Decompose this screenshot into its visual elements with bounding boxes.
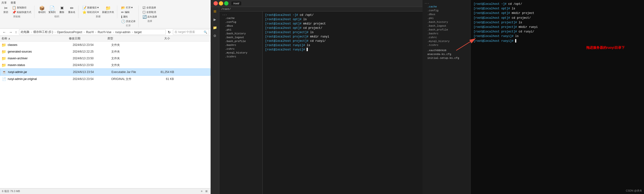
address-bar: ← → ↑ 此电脑 › 缓存和工程 (E:) › OpenSourceProje… <box>0 29 210 36</box>
table-row[interactable]: 📄 ruoyi-admin.jar.original 2024/6/13 23:… <box>0 76 210 82</box>
col-header-name[interactable]: 名称 ∧ <box>2 36 69 41</box>
search-box[interactable]: 在 target 中搜索 🔍 <box>173 29 209 35</box>
open-button[interactable]: 📂 打开▼ <box>120 5 136 10</box>
terminal-panel: /root/ ⊞ ▶ 📁 ⚙ /root/ ....cache.config.d… <box>211 0 422 194</box>
new-item-button[interactable]: 📝 新建项目▼ <box>81 5 100 10</box>
tree-item[interactable]: ... <box>219 12 262 16</box>
col-header-type[interactable]: 类型 <box>107 36 146 41</box>
terminal-sidebar-icon1[interactable]: ⊞ <box>212 8 218 15</box>
tree-item-right[interactable]: .cache <box>422 5 470 9</box>
tree-item[interactable]: .bash_logout <box>219 36 262 39</box>
grid-view-button[interactable]: ⊞ <box>204 189 208 193</box>
tree-item-right[interactable]: .config <box>422 9 470 12</box>
forward-button[interactable]: → <box>8 29 14 35</box>
terminal-cmd-right: ls <box>514 35 519 38</box>
close-window-icon[interactable] <box>214 1 218 5</box>
maximize-window-icon[interactable] <box>224 1 228 5</box>
search-icon: 🔍 <box>204 30 207 34</box>
tree-item[interactable]: .dbus <box>219 24 262 28</box>
file-size: 61 KB <box>150 77 174 81</box>
menu-share[interactable]: 共享 <box>2 1 7 4</box>
move-icon: 📦 <box>39 6 44 10</box>
file-icon-cell: 📁 <box>2 42 6 47</box>
move-button[interactable]: 📦 移动到 <box>37 5 46 14</box>
tree-item-right[interactable]: .bash_logout <box>422 24 470 28</box>
ribbon-open-group: 📂 打开▼ ✏ 编辑 ℹ 属性 🕐 历史记录 <box>120 5 139 27</box>
tree-item[interactable]: .config <box>219 20 262 24</box>
up-button[interactable]: ↑ <box>14 29 18 35</box>
new-folder-button[interactable]: 📁 新建文件夹 <box>101 5 115 14</box>
tree-item-right[interactable]: .bash_history <box>422 20 470 24</box>
tree-item-right[interactable]: .tcshrc <box>422 43 470 47</box>
cut-button[interactable]: ✂ 剪切 <box>2 5 10 14</box>
refresh-button[interactable]: ↻ <box>166 29 172 35</box>
terminal-output-right[interactable]: [root@localhost ~]# cd /opt/[root@localh… <box>471 0 644 194</box>
tree-item[interactable]: .pki <box>219 28 262 32</box>
breadcrumb-item-pc[interactable]: 此电脑 <box>21 30 29 34</box>
edit-button[interactable]: ✏ 编辑 <box>120 10 136 14</box>
breadcrumb[interactable]: 此电脑 › 缓存和工程 (E:) › OpenSourceProject › R… <box>19 29 166 35</box>
tree-item-right[interactable]: .bashrc <box>422 32 470 36</box>
file-type: 文件夹 <box>111 63 150 67</box>
table-row[interactable]: ☕ ruoyi-admin.jar 2024/6/13 23:54 Execut… <box>0 68 210 76</box>
open-label: 打开 <box>126 24 131 27</box>
tree-item[interactable]: .bashrc <box>219 43 262 47</box>
terminal-sidebar-icon3[interactable]: 📁 <box>212 24 218 31</box>
terminal-tab[interactable]: /root/ <box>231 1 241 5</box>
table-row[interactable]: 📁 generated-sources 2024/6/13 22:25 文件夹 <box>0 48 210 55</box>
breadcrumb-item-target[interactable]: target <box>134 30 142 34</box>
terminal-line: [root@localhost project]# mkdir ruoyi <box>265 35 420 39</box>
back-button[interactable]: ← <box>2 29 7 35</box>
col-header-date[interactable]: 修改日期 <box>69 36 107 41</box>
invert-icon: 🔄 <box>142 15 146 19</box>
breadcrumb-item-opensource[interactable]: OpenSourceProject <box>57 30 82 34</box>
terminal-output[interactable]: [root@localhost ~]# cd /opt/[root@localh… <box>263 11 422 194</box>
terminal-sidebar-icon2[interactable]: ▶ <box>212 16 218 23</box>
jar-icon: ☕ <box>2 70 6 74</box>
tree-item[interactable]: .bash_profile <box>219 39 262 43</box>
terminal-prompt-right: [root@localhost ~]# <box>474 2 506 6</box>
tree-item-right[interactable]: .pki <box>422 16 470 20</box>
copy-path-button[interactable]: 📋 复制路径 <box>11 5 32 10</box>
table-row[interactable]: 📁 classes 2024/6/13 23:54 文件夹 <box>0 42 210 48</box>
tree-item-right[interactable]: ... <box>422 1 470 5</box>
file-icon-cell: 📄 <box>2 77 6 81</box>
rename-button[interactable]: ✏ 重命名 <box>67 5 76 14</box>
terminal-sidebar-icon4[interactable]: ⚙ <box>212 32 218 39</box>
minimize-window-icon[interactable] <box>219 1 223 5</box>
list-view-button[interactable]: ≡ <box>200 189 204 193</box>
col-header-size[interactable]: 大小 <box>146 36 170 41</box>
tree-item-right2[interactable]: initial-setup-ks.cfg <box>422 56 470 60</box>
select-none-button[interactable]: ☐ 全部取消 <box>142 10 158 14</box>
history-button[interactable]: 🕐 历史记录 <box>120 19 136 23</box>
tree-item[interactable]: .cshrc <box>219 47 262 51</box>
terminal-prompt: [root@localhost project]# <box>265 31 308 34</box>
menu-view[interactable]: 查看 <box>10 1 16 4</box>
file-name: maven-status <box>8 63 73 67</box>
tree-item-right[interactable]: .cshrc <box>422 36 470 39</box>
breadcrumb-item-ruoyivue[interactable]: RuoYi-Vue <box>98 30 112 34</box>
copy-button[interactable]: 📄 复制到 <box>48 5 56 14</box>
tree-item-right[interactable]: .mysql_history <box>422 39 470 43</box>
properties-button[interactable]: ℹ 属性 <box>120 15 136 19</box>
tree-item-right[interactable]: .bash_profile <box>422 28 470 32</box>
tree-item[interactable]: .tcshrc <box>219 55 262 59</box>
breadcrumb-item-drive[interactable]: 缓存和工程 (E:) <box>33 30 53 34</box>
tree-item-right2[interactable]: .xauth6BXkU8 <box>422 48 470 52</box>
easy-access-button[interactable]: ⭐ 轻松访问▼ <box>81 10 100 14</box>
invert-selection-button[interactable]: 🔄 反向选择 <box>142 15 158 19</box>
tree-item[interactable]: .mysql_history <box>219 51 262 55</box>
table-row[interactable]: 📁 maven-status 2024/6/13 23:50 文件夹 <box>0 62 210 68</box>
select-all-button[interactable]: ☑ 全部选择 <box>142 5 158 10</box>
tree-item-right[interactable]: .dbus <box>422 12 470 16</box>
breadcrumb-item-admin[interactable]: ruoyi-admin <box>115 30 130 34</box>
terminal-line-right: [root@localhost project]# ls <box>474 20 641 25</box>
paste-shortcut-button[interactable]: 📌 粘贴快捷方式 <box>11 10 32 14</box>
delete-button[interactable]: ✖ 删除 <box>58 5 66 14</box>
tree-item[interactable]: .bash_history <box>219 32 262 36</box>
column-headers: 名称 ∧ 修改日期 类型 大小 <box>0 36 210 42</box>
tree-item-right2[interactable]: anaconda-ks.cfg <box>422 52 470 56</box>
table-row[interactable]: 📁 maven-archiver 2024/6/13 23:50 文件夹 <box>0 55 210 62</box>
breadcrumb-item-ruoyi[interactable]: RuoYi <box>86 30 94 34</box>
tree-item[interactable]: .cache <box>219 16 262 20</box>
